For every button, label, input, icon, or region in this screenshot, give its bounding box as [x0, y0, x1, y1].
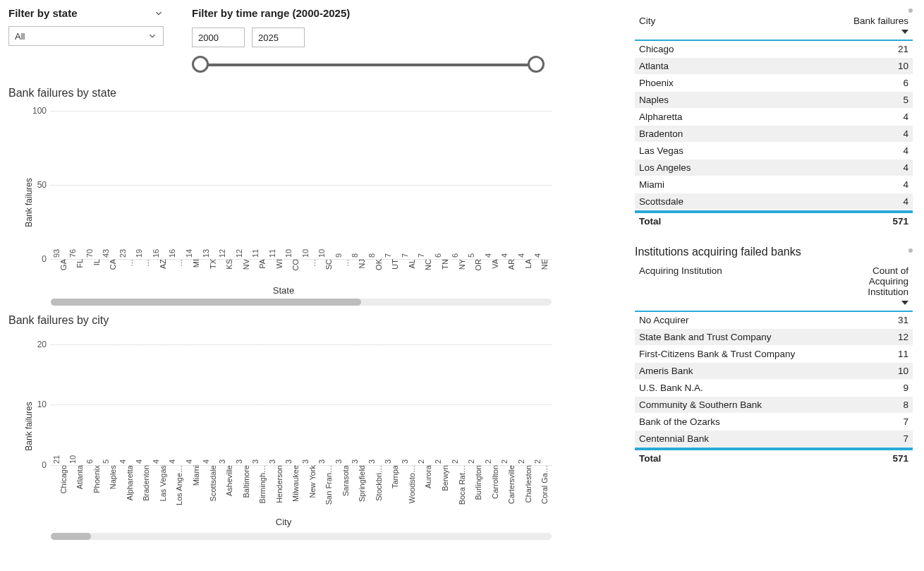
- bar-value-label: 3: [317, 459, 326, 464]
- count-cell: 10: [829, 363, 913, 380]
- city-cell: Bradenton: [635, 126, 788, 143]
- table-row[interactable]: Scottsdale4: [635, 193, 913, 210]
- year-from-input[interactable]: 2000: [192, 28, 245, 47]
- more-options-icon[interactable]: [908, 8, 913, 13]
- bar-value-label: 3: [367, 459, 376, 464]
- year-to-input[interactable]: 2025: [252, 28, 305, 47]
- bar-category-label: AL: [406, 259, 416, 268]
- institutions-title: Institutions acquiring failed banks: [635, 246, 913, 258]
- bar-category-label: NV: [241, 259, 250, 270]
- bar-category-label: Henderson: [274, 465, 284, 503]
- bar-category-label: Baltimore: [241, 465, 250, 498]
- bar-category-label: Miami: [190, 465, 200, 486]
- city-table-header-count[interactable]: Bank failures: [788, 13, 913, 40]
- table-row[interactable]: Phoenix6: [635, 75, 913, 92]
- state-dropdown[interactable]: All: [8, 26, 164, 46]
- more-options-icon[interactable]: [908, 248, 913, 253]
- bar-category-label: Atlanta: [74, 465, 84, 489]
- count-cell: 11: [829, 346, 913, 363]
- bar-value-label: 4: [152, 459, 160, 464]
- bar-value-label: 6: [451, 253, 459, 258]
- table-row[interactable]: Bank of the Ozarks7: [635, 414, 913, 431]
- table-row[interactable]: No Acquirer31: [635, 311, 913, 329]
- table-row[interactable]: Community & Southern Bank8: [635, 397, 913, 414]
- city-cell: Alpharetta: [635, 109, 788, 126]
- slider-track-line: [200, 64, 536, 66]
- city-chart-scrollbar[interactable]: [51, 533, 552, 540]
- institutions-header-name[interactable]: Acquiring Institution: [635, 263, 829, 311]
- bar-category-label: Tampa: [389, 465, 399, 488]
- table-row[interactable]: Chicago21: [635, 40, 913, 58]
- count-cell: 4: [788, 109, 913, 126]
- bar-value-label: 3: [401, 459, 409, 464]
- bar-category-label: MI: [190, 259, 200, 268]
- bar-category-label: Chicago: [58, 465, 68, 493]
- city-table-header-city[interactable]: City: [635, 13, 788, 40]
- bar-category-label: Naples: [107, 465, 117, 489]
- state-chart-scroll-thumb[interactable]: [51, 299, 361, 306]
- city-cell: Phoenix: [635, 75, 788, 92]
- slider-handle-to[interactable]: [528, 56, 545, 73]
- state-chart-plot: 93GA76FL70IL43CA23…19…16AZ16…14MI13TX12K…: [51, 111, 552, 259]
- table-row[interactable]: Las Vegas4: [635, 143, 913, 160]
- table-row[interactable]: Miami4: [635, 176, 913, 193]
- bar-value-label: 43: [102, 249, 110, 258]
- table-row[interactable]: Centennial Bank7: [635, 431, 913, 447]
- y-tick: 20: [30, 339, 47, 349]
- table-row[interactable]: Alpharetta4: [635, 109, 913, 126]
- count-cell: 10: [788, 58, 913, 75]
- bar-value-label: 6: [85, 459, 94, 464]
- bar-value-label: 70: [85, 249, 94, 258]
- count-cell: 21: [788, 40, 913, 58]
- institution-cell: Ameris Bank: [635, 363, 829, 380]
- bar-category-label: …: [124, 259, 134, 267]
- count-cell: 31: [829, 311, 913, 329]
- state-chart: Bank failures 93GA76FL70IL43CA23…19…16AZ…: [8, 104, 559, 301]
- city-cell: Chicago: [635, 40, 788, 58]
- bar-value-label: 4: [484, 253, 492, 258]
- bar-category-label: Las Vegas: [157, 465, 167, 501]
- bar-value-label: 7: [384, 253, 392, 258]
- bar-category-label: AR: [506, 259, 516, 270]
- bar-value-label: 12: [235, 249, 243, 258]
- city-table-total-value: 571: [788, 212, 913, 230]
- bar-category-label: Charleston: [523, 465, 533, 503]
- bar-value-label: 8: [367, 253, 376, 258]
- bar-value-label: 2: [533, 459, 542, 464]
- bar-value-label: 93: [52, 249, 61, 258]
- bar-value-label: 19: [135, 249, 143, 258]
- bar-value-label: 7: [401, 253, 409, 258]
- bar-category-label: UT: [389, 259, 399, 270]
- institution-cell: State Bank and Trust Company: [635, 329, 829, 346]
- table-row[interactable]: Ameris Bank10: [635, 363, 913, 380]
- count-cell: 8: [829, 397, 913, 414]
- table-row[interactable]: Atlanta10: [635, 58, 913, 75]
- count-cell: 6: [788, 75, 913, 92]
- y-tick: 0: [30, 254, 47, 264]
- bar-category-label: Woodsto…: [406, 465, 416, 503]
- bar-category-label: AZ: [157, 259, 167, 269]
- bar-value-label: 5: [102, 459, 110, 464]
- table-row[interactable]: Bradenton4: [635, 126, 913, 143]
- count-cell: 4: [788, 126, 913, 143]
- slider-handle-from[interactable]: [192, 56, 209, 73]
- bar-value-label: 2: [484, 459, 492, 464]
- count-cell: 4: [788, 193, 913, 210]
- bar-category-label: Birmingh…: [257, 465, 267, 503]
- table-row[interactable]: U.S. Bank N.A.9: [635, 380, 913, 397]
- time-range-slider[interactable]: [192, 56, 545, 74]
- table-row[interactable]: State Bank and Trust Company12: [635, 329, 913, 346]
- state-chart-scrollbar[interactable]: [51, 299, 552, 306]
- table-row[interactable]: Los Angeles4: [635, 160, 913, 176]
- table-row[interactable]: Naples5: [635, 92, 913, 109]
- institutions-header-count[interactable]: Count of Acquiring Institution: [829, 263, 913, 311]
- bar-category-label: TN: [439, 259, 449, 270]
- bar-category-label: …: [174, 259, 183, 267]
- bar-category-label: Sarasota: [340, 465, 350, 496]
- bar-value-label: 2: [467, 459, 475, 464]
- table-row[interactable]: First-Citizens Bank & Trust Company11: [635, 346, 913, 363]
- city-chart-scroll-thumb[interactable]: [51, 533, 91, 540]
- filter-state-label[interactable]: Filter by state: [8, 7, 164, 19]
- bar-category-label: NC: [423, 259, 432, 270]
- bar-category-label: Bradenton: [140, 465, 150, 501]
